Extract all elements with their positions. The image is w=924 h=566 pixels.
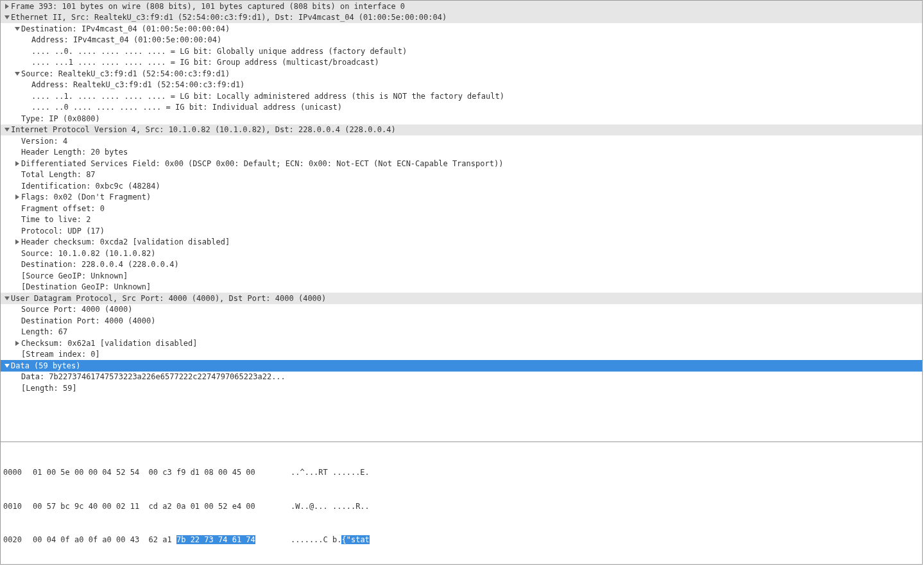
ip-cksum-node[interactable]: Header checksum: 0xcda2 [validation disa…	[1, 237, 922, 248]
tree-leaf[interactable]: Address: RealtekU_c3:f9:d1 (52:54:00:c3:…	[1, 80, 922, 91]
expand-icon[interactable]	[13, 194, 21, 200]
tree-leaf[interactable]: Source: 10.1.0.82 (10.1.0.82)	[1, 248, 922, 259]
expand-icon[interactable]	[13, 239, 21, 244]
data-label: Data (59 bytes)	[11, 361, 80, 370]
tree-leaf[interactable]: Header Length: 20 bytes	[1, 147, 922, 159]
collapse-icon[interactable]	[13, 26, 21, 31]
tree-leaf[interactable]: [Source GeoIP: Unknown]	[1, 270, 922, 282]
tree-leaf[interactable]: Address: IPv4mcast_04 (01:00:5e:00:00:04…	[1, 35, 922, 46]
tree-leaf[interactable]: Source Port: 4000 (4000)	[1, 304, 922, 316]
tree-leaf[interactable]: Length: 67	[1, 327, 922, 338]
tree-leaf[interactable]: Version: 4	[1, 135, 922, 147]
expand-icon[interactable]	[13, 341, 21, 346]
tree-leaf[interactable]: Data: 7b22737461747573223a226e6577222c22…	[1, 372, 922, 383]
eth-dst-node[interactable]: Destination: IPv4mcast_04 (01:00:5e:00:0…	[1, 23, 922, 35]
ip-flags-node[interactable]: Flags: 0x02 (Don't Fragment)	[1, 192, 922, 203]
eth-src-node[interactable]: Source: RealtekU_c3:f9:d1 (52:54:00:c3:f…	[1, 68, 922, 80]
udp-node[interactable]: User Datagram Protocol, Src Port: 4000 (…	[1, 293, 922, 304]
hex-row[interactable]: 001000 57 bc 9c 40 00 02 11 cd a2 0a 01 …	[3, 501, 920, 513]
hex-row[interactable]: 002000 04 0f a0 0f a0 00 43 62 a1 7b 22 …	[3, 535, 920, 546]
tree-leaf[interactable]: Type: IP (0x0800)	[1, 113, 922, 124]
packet-details-tree[interactable]: Frame 393: 101 bytes on wire (808 bits),…	[1, 1, 922, 442]
tree-leaf[interactable]: [Stream index: 0]	[1, 349, 922, 361]
collapse-icon[interactable]	[3, 296, 11, 301]
tree-leaf[interactable]: .... ..1. .... .... .... .... = LG bit: …	[1, 90, 922, 102]
wireshark-window: Frame 393: 101 bytes on wire (808 bits),…	[0, 0, 923, 565]
tree-leaf[interactable]: Identification: 0xbc9c (48284)	[1, 180, 922, 192]
tree-leaf[interactable]: Fragment offset: 0	[1, 203, 922, 214]
frame-label: Frame 393: 101 bytes on wire (808 bits),…	[11, 2, 405, 11]
frame-node[interactable]: Frame 393: 101 bytes on wire (808 bits),…	[1, 1, 922, 12]
hex-dump-pane[interactable]: 000001 00 5e 00 00 04 52 54 00 c3 f9 d1 …	[1, 442, 922, 564]
ethernet-node[interactable]: Ethernet II, Src: RealtekU_c3:f9:d1 (52:…	[1, 12, 922, 24]
tree-leaf[interactable]: [Destination GeoIP: Unknown]	[1, 282, 922, 293]
collapse-icon[interactable]	[13, 71, 21, 76]
data-node[interactable]: Data (59 bytes)	[1, 360, 922, 372]
ip-dscp-node[interactable]: Differentiated Services Field: 0x00 (DSC…	[1, 158, 922, 169]
tree-leaf[interactable]: Destination Port: 4000 (4000)	[1, 315, 922, 327]
udp-cksum-node[interactable]: Checksum: 0x62a1 [validation disabled]	[1, 338, 922, 349]
expand-icon[interactable]	[13, 161, 21, 166]
tree-leaf[interactable]: Total Length: 87	[1, 169, 922, 181]
tree-leaf[interactable]: [Length: 59]	[1, 382, 922, 394]
collapse-icon[interactable]	[3, 15, 11, 20]
eth-src-label: Source: RealtekU_c3:f9:d1 (52:54:00:c3:f…	[21, 69, 230, 78]
hex-row[interactable]: 000001 00 5e 00 00 04 52 54 00 c3 f9 d1 …	[3, 467, 920, 479]
tree-leaf[interactable]: Time to live: 2	[1, 214, 922, 226]
tree-leaf[interactable]: Destination: 228.0.0.4 (228.0.0.4)	[1, 259, 922, 271]
ip-label: Internet Protocol Version 4, Src: 10.1.0…	[11, 125, 396, 134]
ip-node[interactable]: Internet Protocol Version 4, Src: 10.1.0…	[1, 124, 922, 136]
tree-leaf[interactable]: .... ...1 .... .... .... .... = IG bit: …	[1, 57, 922, 69]
tree-leaf[interactable]: .... ..0 .... .... .... .... = IG bit: I…	[1, 102, 922, 114]
eth-dst-label: Destination: IPv4mcast_04 (01:00:5e:00:0…	[21, 24, 230, 33]
udp-label: User Datagram Protocol, Src Port: 4000 (…	[11, 294, 326, 303]
collapse-icon[interactable]	[3, 127, 11, 132]
ethernet-label: Ethernet II, Src: RealtekU_c3:f9:d1 (52:…	[11, 13, 447, 22]
tree-leaf[interactable]: .... ..0. .... .... .... .... = LG bit: …	[1, 46, 922, 57]
tree-leaf[interactable]: Protocol: UDP (17)	[1, 225, 922, 237]
expand-icon[interactable]	[3, 4, 11, 9]
collapse-icon[interactable]	[3, 363, 11, 368]
